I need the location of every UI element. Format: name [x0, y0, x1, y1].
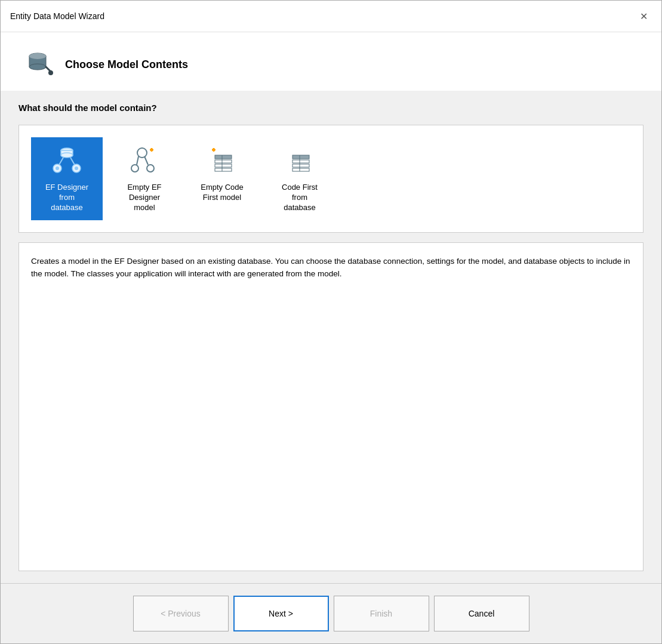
svg-rect-33	[215, 168, 232, 171]
svg-rect-32	[215, 164, 232, 167]
option-empty-ef-designer-label: Empty EFDesignermodel	[127, 183, 161, 213]
next-button[interactable]: Next >	[233, 596, 329, 631]
code-first-from-db-icon	[283, 144, 316, 178]
svg-rect-38	[292, 168, 309, 171]
empty-ef-designer-icon	[128, 144, 161, 178]
previous-button[interactable]: < Previous	[133, 596, 229, 631]
svg-point-23	[147, 165, 154, 172]
title-bar: Entity Data Model Wizard ✕	[1, 1, 661, 32]
option-ef-designer-label: EF Designerfromdatabase	[45, 183, 88, 213]
option-empty-ef-designer-model[interactable]: Empty EFDesignermodel	[109, 137, 180, 220]
svg-rect-35	[292, 155, 309, 159]
svg-line-24	[137, 156, 138, 165]
svg-point-2	[29, 64, 46, 70]
option-code-first-from-database[interactable]: Code Firstfromdatabase	[264, 137, 335, 220]
model-options-panel: EF Designerfromdatabase	[19, 125, 643, 233]
header-section: Choose Model Contents	[1, 32, 661, 91]
close-button[interactable]: ✕	[635, 8, 652, 24]
svg-point-12	[56, 167, 59, 170]
svg-rect-30	[215, 155, 232, 159]
option-code-first-from-db-label: Code Firstfromdatabase	[282, 183, 318, 213]
svg-point-22	[131, 165, 138, 172]
svg-point-21	[137, 148, 147, 158]
svg-point-14	[75, 167, 78, 170]
entity-data-model-wizard-dialog: Entity Data Model Wizard ✕	[0, 0, 662, 644]
header-title: Choose Model Contents	[65, 58, 188, 71]
svg-rect-37	[292, 164, 309, 167]
option-empty-code-first-model[interactable]: Empty CodeFirst model	[186, 137, 258, 220]
empty-code-first-icon	[205, 144, 239, 178]
description-panel: Creates a model in the EF Designer based…	[19, 242, 643, 571]
svg-rect-36	[292, 160, 309, 163]
option-ef-designer-from-database[interactable]: EF Designerfromdatabase	[31, 137, 103, 220]
database-plug-icon	[24, 50, 53, 79]
footer: < Previous Next > Finish Cancel	[1, 583, 661, 643]
section-question: What should the model contain?	[19, 103, 643, 113]
svg-point-10	[61, 153, 73, 158]
svg-rect-31	[215, 160, 232, 163]
cancel-button[interactable]: Cancel	[434, 596, 529, 631]
dialog-title: Entity Data Model Wizard	[10, 11, 104, 21]
option-empty-code-first-label: Empty CodeFirst model	[201, 183, 244, 203]
ef-designer-icon	[50, 144, 84, 178]
svg-point-3	[29, 53, 46, 59]
svg-line-25	[144, 156, 148, 165]
description-text: Creates a model in the EF Designer based…	[31, 257, 630, 279]
svg-line-15	[59, 158, 63, 165]
finish-button[interactable]: Finish	[334, 596, 429, 631]
dialog-body: Choose Model Contents What should the mo…	[1, 32, 661, 643]
main-content: What should the model contain?	[1, 91, 661, 583]
svg-line-16	[70, 158, 75, 165]
